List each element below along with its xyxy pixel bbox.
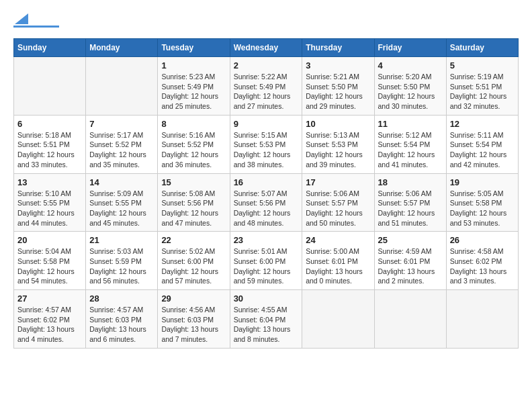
- calendar-cell: 5Sunrise: 5:19 AM Sunset: 5:51 PM Daylig…: [446, 57, 518, 116]
- calendar-cell: 24Sunrise: 5:00 AM Sunset: 6:01 PM Dayli…: [302, 232, 374, 290]
- day-detail: Sunrise: 4:55 AM Sunset: 6:04 PM Dayligh…: [234, 305, 299, 345]
- calendar-cell: 4Sunrise: 5:20 AM Sunset: 5:50 PM Daylig…: [374, 57, 446, 116]
- calendar-cell: [302, 290, 374, 349]
- weekday-header: Saturday: [446, 39, 518, 57]
- day-number: 19: [450, 177, 515, 187]
- weekday-header: Friday: [374, 39, 446, 57]
- day-number: 23: [234, 235, 299, 245]
- day-detail: Sunrise: 5:21 AM Sunset: 5:50 PM Dayligh…: [306, 72, 370, 111]
- day-detail: Sunrise: 5:18 AM Sunset: 5:51 PM Dayligh…: [17, 130, 82, 170]
- calendar-cell: 1Sunrise: 5:23 AM Sunset: 5:49 PM Daylig…: [158, 57, 230, 116]
- day-detail: Sunrise: 5:07 AM Sunset: 5:56 PM Dayligh…: [234, 189, 299, 228]
- day-number: 22: [161, 235, 226, 245]
- day-number: 2: [234, 60, 299, 71]
- day-number: 12: [450, 119, 515, 129]
- calendar-cell: 17Sunrise: 5:06 AM Sunset: 5:57 PM Dayli…: [302, 173, 374, 232]
- day-detail: Sunrise: 4:59 AM Sunset: 6:01 PM Dayligh…: [378, 246, 443, 286]
- calendar-cell: 19Sunrise: 5:05 AM Sunset: 5:58 PM Dayli…: [446, 173, 518, 232]
- day-detail: Sunrise: 5:19 AM Sunset: 5:51 PM Dayligh…: [450, 72, 515, 111]
- calendar-week-row: 13Sunrise: 5:10 AM Sunset: 5:55 PM Dayli…: [14, 173, 519, 232]
- day-detail: Sunrise: 5:08 AM Sunset: 5:56 PM Dayligh…: [161, 189, 226, 228]
- calendar-table: SundayMondayTuesdayWednesdayThursdayFrid…: [13, 38, 519, 349]
- calendar-cell: 29Sunrise: 4:56 AM Sunset: 6:03 PM Dayli…: [158, 290, 230, 349]
- day-number: 5: [450, 60, 515, 71]
- calendar-week-row: 1Sunrise: 5:23 AM Sunset: 5:49 PM Daylig…: [14, 57, 519, 116]
- calendar-cell: 11Sunrise: 5:12 AM Sunset: 5:54 PM Dayli…: [374, 115, 446, 173]
- calendar-cell: 6Sunrise: 5:18 AM Sunset: 5:51 PM Daylig…: [14, 115, 86, 173]
- calendar-cell: 3Sunrise: 5:21 AM Sunset: 5:50 PM Daylig…: [302, 57, 374, 116]
- weekday-header: Wednesday: [230, 39, 302, 57]
- svg-marker-0: [15, 13, 28, 24]
- day-detail: Sunrise: 4:58 AM Sunset: 6:02 PM Dayligh…: [450, 246, 515, 286]
- day-detail: Sunrise: 5:16 AM Sunset: 5:52 PM Dayligh…: [161, 130, 226, 170]
- logo-arrow-icon: [15, 13, 28, 24]
- calendar-cell: 18Sunrise: 5:06 AM Sunset: 5:57 PM Dayli…: [374, 173, 446, 232]
- calendar-cell: [86, 57, 158, 116]
- day-detail: Sunrise: 5:05 AM Sunset: 5:58 PM Dayligh…: [450, 189, 515, 228]
- calendar-cell: 12Sunrise: 5:11 AM Sunset: 5:54 PM Dayli…: [446, 115, 518, 173]
- day-number: 11: [378, 119, 443, 129]
- day-detail: Sunrise: 4:57 AM Sunset: 6:02 PM Dayligh…: [17, 305, 82, 345]
- calendar-cell: 26Sunrise: 4:58 AM Sunset: 6:02 PM Dayli…: [446, 232, 518, 290]
- day-number: 25: [378, 235, 443, 245]
- day-detail: Sunrise: 5:23 AM Sunset: 5:49 PM Dayligh…: [161, 72, 226, 111]
- calendar-cell: 30Sunrise: 4:55 AM Sunset: 6:04 PM Dayli…: [230, 290, 302, 349]
- calendar-cell: 25Sunrise: 4:59 AM Sunset: 6:01 PM Dayli…: [374, 232, 446, 290]
- calendar-cell: 13Sunrise: 5:10 AM Sunset: 5:55 PM Dayli…: [14, 173, 86, 232]
- day-number: 16: [234, 177, 299, 187]
- day-detail: Sunrise: 5:22 AM Sunset: 5:49 PM Dayligh…: [234, 72, 299, 111]
- day-number: 10: [306, 119, 370, 129]
- logo: [13, 13, 59, 28]
- day-detail: Sunrise: 5:11 AM Sunset: 5:54 PM Dayligh…: [450, 130, 515, 170]
- day-number: 18: [378, 177, 443, 187]
- calendar-cell: [374, 290, 446, 349]
- weekday-header: Tuesday: [158, 39, 230, 57]
- calendar-cell: 22Sunrise: 5:02 AM Sunset: 6:00 PM Dayli…: [158, 232, 230, 290]
- day-number: 3: [306, 60, 370, 71]
- weekday-header: Thursday: [302, 39, 374, 57]
- calendar-week-row: 20Sunrise: 5:04 AM Sunset: 5:58 PM Dayli…: [14, 232, 519, 290]
- weekday-header: Sunday: [14, 39, 86, 57]
- day-detail: Sunrise: 5:20 AM Sunset: 5:50 PM Dayligh…: [378, 72, 443, 111]
- calendar-cell: 23Sunrise: 5:01 AM Sunset: 6:00 PM Dayli…: [230, 232, 302, 290]
- day-detail: Sunrise: 5:09 AM Sunset: 5:55 PM Dayligh…: [89, 189, 154, 228]
- day-number: 26: [450, 235, 515, 245]
- calendar-cell: [446, 290, 518, 349]
- day-number: 27: [17, 293, 82, 304]
- day-number: 24: [306, 235, 370, 245]
- weekday-header: Monday: [86, 39, 158, 57]
- calendar-cell: 21Sunrise: 5:03 AM Sunset: 5:59 PM Dayli…: [86, 232, 158, 290]
- calendar-cell: 27Sunrise: 4:57 AM Sunset: 6:02 PM Dayli…: [14, 290, 86, 349]
- day-detail: Sunrise: 5:04 AM Sunset: 5:58 PM Dayligh…: [17, 246, 82, 286]
- day-number: 1: [161, 60, 226, 71]
- day-number: 21: [89, 235, 154, 245]
- calendar-cell: 9Sunrise: 5:15 AM Sunset: 5:53 PM Daylig…: [230, 115, 302, 173]
- day-number: 30: [234, 293, 299, 304]
- day-number: 15: [161, 177, 226, 187]
- day-detail: Sunrise: 4:56 AM Sunset: 6:03 PM Dayligh…: [161, 305, 226, 345]
- calendar-cell: 20Sunrise: 5:04 AM Sunset: 5:58 PM Dayli…: [14, 232, 86, 290]
- day-number: 9: [234, 119, 299, 129]
- weekday-header-row: SundayMondayTuesdayWednesdayThursdayFrid…: [14, 39, 519, 57]
- day-detail: Sunrise: 5:13 AM Sunset: 5:53 PM Dayligh…: [306, 130, 370, 170]
- day-detail: Sunrise: 5:06 AM Sunset: 5:57 PM Dayligh…: [378, 189, 443, 228]
- day-number: 6: [17, 119, 82, 129]
- day-detail: Sunrise: 5:17 AM Sunset: 5:52 PM Dayligh…: [89, 130, 154, 170]
- calendar-cell: [14, 57, 86, 116]
- day-detail: Sunrise: 5:01 AM Sunset: 6:00 PM Dayligh…: [234, 246, 299, 286]
- calendar-cell: 10Sunrise: 5:13 AM Sunset: 5:53 PM Dayli…: [302, 115, 374, 173]
- day-number: 8: [161, 119, 226, 129]
- day-number: 28: [89, 293, 154, 304]
- day-number: 20: [17, 235, 82, 245]
- day-number: 4: [378, 60, 443, 71]
- day-number: 13: [17, 177, 82, 187]
- logo-underline: [13, 26, 59, 28]
- page-header: [13, 13, 519, 28]
- calendar-week-row: 6Sunrise: 5:18 AM Sunset: 5:51 PM Daylig…: [14, 115, 519, 173]
- day-number: 14: [89, 177, 154, 187]
- day-detail: Sunrise: 5:06 AM Sunset: 5:57 PM Dayligh…: [306, 189, 370, 228]
- day-detail: Sunrise: 5:00 AM Sunset: 6:01 PM Dayligh…: [306, 246, 370, 286]
- day-number: 17: [306, 177, 370, 187]
- day-detail: Sunrise: 5:15 AM Sunset: 5:53 PM Dayligh…: [234, 130, 299, 170]
- day-detail: Sunrise: 4:57 AM Sunset: 6:03 PM Dayligh…: [89, 305, 154, 345]
